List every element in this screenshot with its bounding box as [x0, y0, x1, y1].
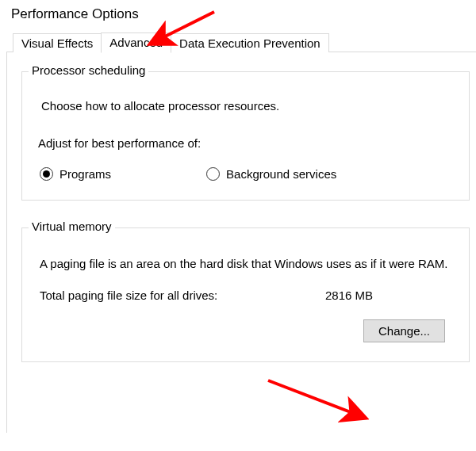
- button-row: Change...: [36, 319, 455, 342]
- radio-icon: [40, 167, 53, 181]
- radio-programs-label: Programs: [60, 167, 111, 181]
- tab-panel-advanced: Processor scheduling Choose how to alloc…: [6, 52, 476, 433]
- tab-visual-effects[interactable]: Visual Effects: [13, 33, 102, 52]
- radio-icon: [206, 167, 220, 181]
- virtual-memory-description: A paging file is an area on the hard dis…: [40, 255, 451, 273]
- total-paging-label: Total paging file size for all drives:: [40, 289, 325, 302]
- legend-virtual-memory: Virtual memory: [29, 220, 115, 233]
- legend-processor-scheduling: Processor scheduling: [29, 63, 148, 77]
- total-paging-value: 2816 MB: [325, 289, 373, 302]
- window-title: Performance Options: [0, 0, 476, 32]
- processor-scheduling-description: Choose how to allocate processor resourc…: [41, 99, 455, 113]
- radio-group-performance: Programs Background services: [40, 167, 455, 181]
- total-paging-row: Total paging file size for all drives: 2…: [40, 289, 451, 302]
- radio-dot-icon: [43, 170, 50, 178]
- tab-data-execution-prevention[interactable]: Data Execution Prevention: [171, 33, 329, 52]
- radio-background-label: Background services: [226, 167, 336, 181]
- tab-advanced[interactable]: Advanced: [101, 32, 171, 53]
- radio-background-services[interactable]: Background services: [206, 167, 336, 181]
- groupbox-virtual-memory: Virtual memory A paging file is an area …: [21, 227, 470, 362]
- groupbox-processor-scheduling: Processor scheduling Choose how to alloc…: [21, 71, 470, 201]
- adjust-for-best-performance-label: Adjust for best performance of:: [38, 136, 455, 150]
- radio-programs[interactable]: Programs: [40, 167, 111, 181]
- change-button[interactable]: Change...: [363, 319, 445, 342]
- tab-strip: Visual Effects Advanced Data Execution P…: [0, 32, 476, 52]
